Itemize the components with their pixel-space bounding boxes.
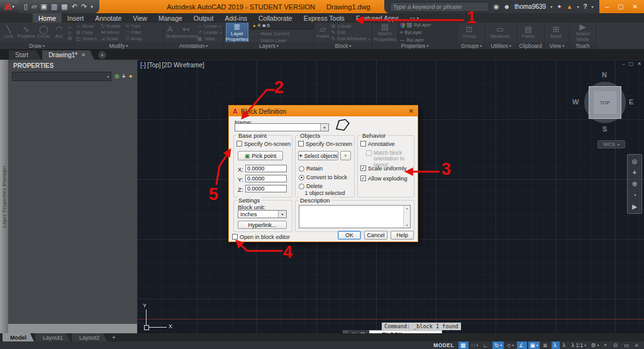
rotate-button[interactable]: ↻Rotate bbox=[101, 23, 121, 29]
tab-featured-apps[interactable]: Featured Apps bbox=[350, 13, 404, 23]
edit-block-button[interactable]: ✎Edit bbox=[331, 30, 370, 35]
undo-icon[interactable]: ↶ bbox=[72, 0, 77, 13]
tab-addins[interactable]: Add-ins bbox=[219, 13, 253, 23]
annotative-checkbox[interactable]: Annotative bbox=[360, 141, 395, 147]
signed-in-username[interactable]: thoma9639 bbox=[514, 3, 546, 10]
new-file-icon[interactable]: ▯ bbox=[24, 0, 28, 13]
grid-display-toggle[interactable]: ▦ bbox=[458, 341, 469, 349]
base-view-button[interactable]: ⊞Base bbox=[547, 25, 565, 39]
arc-button[interactable]: ◠Arc bbox=[52, 25, 65, 39]
match-properties-button[interactable]: ▤Match Properties bbox=[374, 23, 396, 42]
tab-insert[interactable]: Insert bbox=[62, 13, 89, 23]
utilities-panel-label[interactable]: Utilities▾ bbox=[486, 42, 516, 49]
help-icon[interactable]: ? bbox=[583, 3, 587, 10]
table-button[interactable]: ▦Table bbox=[197, 36, 222, 42]
block-name-combobox[interactable]: ▾ bbox=[235, 123, 329, 131]
layout-tab-layout2[interactable]: Layout2 bbox=[72, 333, 107, 341]
lineweight-dropdown[interactable]: ≡ByLayer▾ bbox=[397, 29, 457, 36]
polyline-button[interactable]: ∿Polyline bbox=[17, 25, 35, 39]
graphics-performance-toggle[interactable]: ▭ bbox=[622, 341, 632, 349]
viewport-minimize-icon[interactable]: – bbox=[622, 61, 625, 67]
copy-button[interactable]: ⊞Copy bbox=[76, 30, 97, 35]
annotation-visibility-toggle[interactable]: λ bbox=[552, 341, 559, 349]
close-tab-icon[interactable]: ✕ bbox=[81, 52, 86, 58]
group-button[interactable]: ⊡Group bbox=[460, 25, 479, 39]
object-type-dropdown[interactable]: ▾ bbox=[12, 72, 111, 81]
wcs-dropdown[interactable]: WCS ▾ bbox=[597, 140, 625, 148]
viewcube-north[interactable]: N bbox=[602, 71, 607, 79]
object-color-dropdown[interactable]: ByLayer▾ bbox=[397, 23, 457, 28]
user-menu-caret-icon[interactable]: ▾ bbox=[550, 4, 552, 9]
orbit-icon[interactable]: ◔ bbox=[633, 192, 636, 199]
application-menu-button[interactable]: A ▾ bbox=[0, 0, 19, 13]
snap-mode-toggle[interactable]: ∷ ▾ bbox=[470, 341, 480, 349]
linetype-dropdown[interactable]: —ByLayer▾ bbox=[397, 36, 457, 42]
ellipse-icon[interactable]: ◎ bbox=[67, 30, 72, 35]
lineweight-toggle[interactable]: ≣ bbox=[541, 341, 550, 349]
groups-panel-label[interactable]: Groups▾ bbox=[458, 42, 485, 49]
tab-output[interactable]: Output bbox=[188, 13, 219, 23]
circle-button[interactable]: ◯Circle bbox=[36, 25, 50, 39]
select-objects-icon[interactable]: + bbox=[122, 73, 126, 80]
pan-icon[interactable]: + bbox=[633, 169, 636, 176]
select-objects-button[interactable]: +Select objects bbox=[298, 151, 338, 160]
help-button[interactable]: Help bbox=[391, 231, 414, 240]
scroll-down-icon[interactable]: ▾ bbox=[406, 223, 408, 227]
zoom-icon[interactable]: ⊕ bbox=[632, 180, 637, 187]
text-button[interactable]: AText bbox=[165, 25, 175, 39]
viewcube-top-face[interactable]: TOP bbox=[589, 86, 621, 119]
pick-point-button[interactable]: ▣Pick point bbox=[238, 151, 283, 160]
qat-customize-caret-icon[interactable]: ▾ bbox=[91, 0, 93, 13]
showmotion-icon[interactable]: ▶ bbox=[632, 203, 637, 210]
move-button[interactable]: ↔Move bbox=[76, 23, 97, 29]
annotation-scale-button[interactable]: λ 1:1 ▾ bbox=[570, 341, 588, 349]
rectangle-icon[interactable]: ▭ bbox=[67, 25, 72, 30]
search-input[interactable] bbox=[390, 2, 489, 12]
plot-icon[interactable]: ▦ bbox=[61, 0, 67, 13]
object-snap-toggle[interactable]: ▣ ▾ bbox=[528, 341, 540, 349]
quick-select-icon[interactable]: ✦ bbox=[128, 73, 133, 80]
x-coordinate-input[interactable]: 0.0000 bbox=[245, 165, 287, 172]
paste-button[interactable]: ▤Paste bbox=[519, 25, 538, 39]
draw-panel-label[interactable]: Draw▾ bbox=[0, 42, 74, 49]
block-unit-dropdown[interactable]: Inches▾ bbox=[238, 210, 287, 218]
autoscale-toggle[interactable]: λ bbox=[561, 341, 569, 349]
new-drawing-tab-button[interactable]: + bbox=[98, 51, 106, 59]
modify-panel-label[interactable]: Modify▾ bbox=[74, 42, 163, 49]
textarea-scrollbar[interactable]: ▴ ▾ bbox=[403, 206, 410, 228]
restore-button[interactable]: ▢ bbox=[618, 3, 623, 10]
layer-properties-button[interactable]: ≣Layer Properties bbox=[226, 23, 248, 42]
viewport-restore-icon[interactable]: ▢ bbox=[629, 61, 634, 67]
save-icon[interactable]: ▣ bbox=[41, 0, 47, 13]
tab-annotate[interactable]: Annotate bbox=[89, 13, 127, 23]
description-textarea[interactable]: ▴ ▾ bbox=[299, 205, 411, 228]
tab-collaborate[interactable]: Collaborate bbox=[253, 13, 298, 23]
insert-block-button[interactable]: ▱Insert bbox=[316, 25, 330, 39]
layer-properties-manager-titlebar[interactable]: Layer Properties Manager bbox=[0, 60, 8, 333]
customization-menu-button[interactable]: ≡ bbox=[633, 341, 641, 349]
pickadd-toggle-icon[interactable]: ⊕ bbox=[114, 73, 119, 80]
ribbon-display-options[interactable]: ▭ ▾ bbox=[404, 13, 424, 23]
linear-dimension-button[interactable]: ↔Linear▾ bbox=[197, 23, 222, 29]
viewport-visual-style-control[interactable]: [2D Wireframe] bbox=[162, 62, 205, 69]
dialog-titlebar[interactable]: A Block Definition ✕ bbox=[229, 106, 418, 116]
y-coordinate-input[interactable]: 0.0000 bbox=[245, 175, 287, 182]
viewport-close-icon[interactable]: ✕ bbox=[637, 61, 641, 67]
help-caret-icon[interactable]: ▾ bbox=[592, 4, 594, 9]
scale-uniformly-checkbox[interactable]: ✓Scale uniformly bbox=[360, 165, 407, 172]
exchange-caret-icon[interactable]: ▾ bbox=[577, 4, 579, 9]
app-store-cart-icon[interactable]: ✦ bbox=[557, 3, 562, 10]
retain-radio[interactable]: Retain bbox=[299, 165, 323, 172]
scale-button[interactable]: ⊿Scale bbox=[101, 36, 121, 42]
block-panel-label[interactable]: Block▾ bbox=[314, 42, 372, 49]
array-button[interactable]: ⠿Array bbox=[126, 36, 147, 42]
open-in-block-editor-checkbox[interactable]: Open in block editor bbox=[232, 234, 290, 240]
edit-attributes-button[interactable]: ✎Edit Attributes▾ bbox=[331, 36, 370, 42]
new-layout-button[interactable]: + bbox=[108, 333, 119, 341]
autodesk-exchange-icon[interactable]: ▲ bbox=[567, 3, 573, 10]
match-layer-button[interactable]: ▫▫▫▫ Match Layer bbox=[250, 38, 314, 42]
z-coordinate-input[interactable]: 0.0000 bbox=[245, 185, 287, 192]
close-button[interactable]: ✕ bbox=[633, 3, 638, 10]
search-binoculars-icon[interactable]: ◉ bbox=[494, 3, 499, 10]
tab-manage[interactable]: Manage bbox=[153, 13, 188, 23]
